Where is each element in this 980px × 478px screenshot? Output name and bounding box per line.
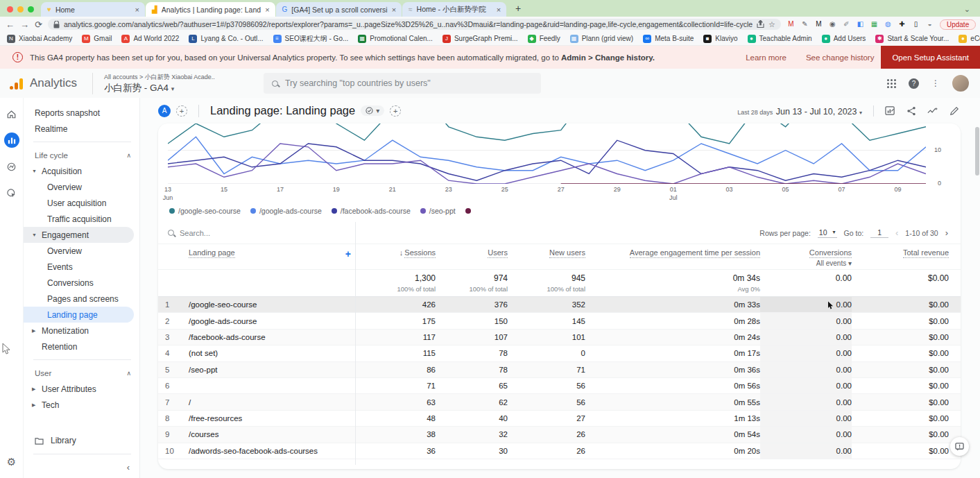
open-setup-assistant-button[interactable]: Open Setup Assistant <box>881 46 980 69</box>
column-header-avg_engagement[interactable]: Average engagement time per session <box>585 248 760 257</box>
close-window-button[interactable] <box>7 6 13 12</box>
legend-item[interactable]: /seo-ppt <box>420 207 456 215</box>
bookmark-item[interactable]: AAd World 2022 <box>121 35 179 43</box>
sidebar-item-tech[interactable]: ▶Tech <box>24 397 139 413</box>
prev-page-icon[interactable]: ‹ <box>895 228 898 238</box>
back-icon[interactable]: ← <box>6 19 15 30</box>
sidebar-item-overview[interactable]: Overview <box>24 243 139 259</box>
next-page-icon[interactable]: › <box>945 228 948 238</box>
date-range-selector[interactable]: Jun 13 - Jul 10, 2023 ▾ <box>776 107 862 117</box>
sidebar-item-landing-page[interactable]: Landing page <box>24 307 134 323</box>
sidebar-item-traffic-acquisition[interactable]: Traffic acquisition <box>24 211 139 227</box>
browser-tab[interactable]: G[GA4] Set up a scroll conversi× <box>276 2 402 17</box>
advertising-nav-icon[interactable] <box>4 185 19 200</box>
see-change-history-link[interactable]: See change history <box>806 53 874 62</box>
table-row[interactable]: 67165560m 56s0.00$0.00 <box>158 378 961 394</box>
bookmark-item[interactable]: ✱Start & Scale Your... <box>875 35 949 43</box>
feedback-button[interactable] <box>950 437 969 456</box>
property-selector[interactable]: 小白新势 - GA4 ▾ <box>104 82 215 94</box>
insights-icon[interactable] <box>927 106 938 116</box>
sidebar-item-user-attributes[interactable]: ▶User Attributes <box>24 381 139 397</box>
expand-arrow-icon[interactable]: ▶ <box>32 402 42 408</box>
bookmark-item[interactable]: ●Teachable Admin <box>748 35 812 43</box>
extension-icon[interactable]: M <box>814 20 823 29</box>
sidebar-item-user-acquisition[interactable]: User acquisition <box>24 195 139 211</box>
legend-item[interactable] <box>465 208 471 214</box>
edit-report-icon[interactable] <box>949 106 959 116</box>
extension-icon[interactable]: ▯ <box>911 20 920 29</box>
window-controls[interactable] <box>0 6 41 17</box>
sidebar-item-events[interactable]: Events <box>24 259 139 275</box>
tab-close-icon[interactable]: × <box>135 6 139 14</box>
extension-icon[interactable]: ◧ <box>856 20 865 29</box>
add-comparison-icon[interactable]: + <box>176 105 187 117</box>
extension-icon[interactable]: ▦ <box>870 20 879 29</box>
legend-item[interactable]: /google-ads-course <box>250 207 322 215</box>
table-row[interactable]: 8/free-resources4840271m 13s0.00$0.00 <box>158 411 961 427</box>
home-nav-icon[interactable] <box>4 106 19 121</box>
table-row[interactable]: 1/google-seo-course4263763520m 33s0.00$0… <box>158 297 961 313</box>
extension-icon[interactable]: ✎ <box>800 20 809 29</box>
column-header-conversions[interactable]: ConversionsAll events ▾ <box>760 248 852 267</box>
sidebar-item-pages-and-screens[interactable]: Pages and screens <box>24 291 139 307</box>
share-page-icon[interactable] <box>757 20 764 28</box>
sidebar-item-monetization[interactable]: ▶Monetization <box>24 323 139 339</box>
bookmark-item[interactable]: ◆Feedly <box>528 35 560 43</box>
table-search-input[interactable]: Search... <box>180 229 210 237</box>
bookmark-item[interactable]: ■Klaviyo <box>703 35 737 43</box>
collapse-section-icon[interactable]: ∧ <box>126 370 131 377</box>
rows-per-page-select[interactable]: 10▾ <box>818 228 837 238</box>
extension-icon[interactable]: ◉ <box>828 20 837 29</box>
browser-tab[interactable]: ≈Home - 小白新势学院× <box>402 2 506 17</box>
expand-arrow-icon[interactable]: ▶ <box>32 328 42 334</box>
header-search-input[interactable]: Try searching "top countries by users" <box>264 73 541 94</box>
bookmark-item[interactable]: ≡SEO课程大纲 - Go... <box>273 34 349 44</box>
customize-report-icon[interactable] <box>885 105 895 116</box>
google-apps-icon[interactable] <box>887 79 896 88</box>
table-row[interactable]: 9/courses3832260m 54s0.00$0.00 <box>158 427 961 443</box>
table-row[interactable]: 7/6362560m 55s0.00$0.00 <box>158 394 961 410</box>
bookmark-star-icon[interactable]: ☆ <box>768 20 775 29</box>
analytics-logo-icon[interactable] <box>10 77 23 89</box>
bookmark-item[interactable]: NXiaobai Academy <box>7 35 72 43</box>
table-row[interactable]: 2/google-ads-course1751501450m 28s0.00$0… <box>158 313 961 329</box>
bookmark-item[interactable]: ●Add Users <box>822 35 866 43</box>
column-header-landing-page[interactable]: Landing page+ <box>182 248 355 259</box>
sidebar-item-conversions[interactable]: Conversions <box>24 275 139 291</box>
extension-icon[interactable]: ◍ <box>884 20 893 29</box>
add-column-icon[interactable]: + <box>345 248 351 259</box>
table-row[interactable]: 3/facebook-ads-course1171071010m 24s0.00… <box>158 330 961 345</box>
column-header-total-revenue[interactable]: Total revenue <box>852 248 949 257</box>
browser-tab[interactable]: ♥Home× <box>41 2 145 17</box>
extension-icon[interactable]: ◒ <box>925 20 934 29</box>
tab-close-icon[interactable]: × <box>392 6 396 14</box>
explore-nav-icon[interactable] <box>4 159 19 174</box>
learn-more-link[interactable]: Learn more <box>746 53 786 62</box>
expand-arrow-icon[interactable]: ▼ <box>32 232 42 237</box>
expand-arrow-icon[interactable]: ▶ <box>32 386 42 392</box>
bookmark-item[interactable]: ▦Promotional Calen... <box>358 35 433 43</box>
bookmark-item[interactable]: ∞Meta B-suite <box>643 35 694 43</box>
legend-item[interactable]: /google-seo-course <box>169 207 241 215</box>
conversions-event-selector[interactable]: All events ▾ <box>760 259 852 267</box>
user-avatar[interactable] <box>952 75 969 92</box>
tab-search-chevron-icon[interactable]: ⌄ <box>964 5 980 14</box>
extension-icon[interactable]: ✐ <box>842 20 851 29</box>
reports-nav-icon[interactable] <box>4 133 19 148</box>
collapse-section-icon[interactable]: ∧ <box>126 152 131 159</box>
table-row[interactable]: 4(not set)1157800m 17s0.00$0.00 <box>158 345 961 361</box>
trend-chart[interactable] <box>168 123 926 184</box>
sidebar-item-overview[interactable]: Overview <box>24 179 139 195</box>
forward-icon[interactable]: → <box>20 19 29 30</box>
column-header-new_users[interactable]: New users <box>508 248 585 257</box>
minimize-window-button[interactable] <box>17 6 24 12</box>
sidebar-item-engagement[interactable]: ▼Engagement <box>24 227 134 243</box>
share-report-icon[interactable] <box>906 106 916 116</box>
browser-tab[interactable]: ▟Analytics | Landing page: Land× <box>146 2 275 17</box>
maximize-window-button[interactable] <box>28 6 34 12</box>
table-row[interactable]: 10/adwords-seo-facebook-ads-courses36302… <box>158 443 961 459</box>
add-filter-icon[interactable]: + <box>390 105 401 117</box>
bookmark-item[interactable]: MGmail <box>82 35 112 43</box>
extension-icon[interactable]: M <box>786 20 796 29</box>
url-bar[interactable]: analytics.google.com/analytics/web/?auth… <box>48 19 781 30</box>
